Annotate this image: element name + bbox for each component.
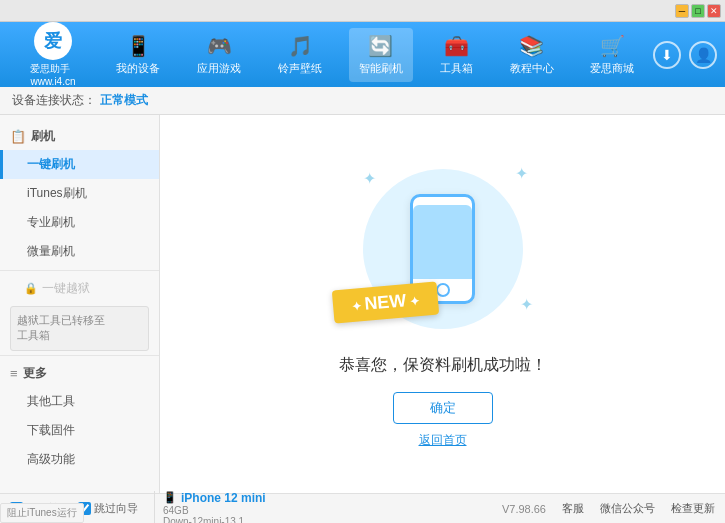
jailbreak-header: 🔒 一键越狱 [0,275,159,302]
apps-games-icon: 🎮 [207,34,232,58]
home-link[interactable]: 返回首页 [419,432,467,449]
download-button[interactable]: ⬇ [653,41,681,69]
nav-items: 📱 我的设备 🎮 应用游戏 🎵 铃声壁纸 🔄 智能刷机 🧰 工具箱 📚 教程中心… [98,22,653,87]
nav-smart-flash[interactable]: 🔄 智能刷机 [349,28,413,82]
phone-home-btn [436,283,450,297]
sparkle-top-left: ✦ [363,169,376,188]
nav-ringtones-label: 铃声壁纸 [278,61,322,76]
flash-section-icon: 📋 [10,129,26,144]
success-title: 恭喜您，保资料刷机成功啦！ [339,355,547,376]
version-text: V7.98.66 [502,503,546,515]
nav-apps-games[interactable]: 🎮 应用游戏 [187,28,251,82]
sparkle-top-right: ✦ [515,164,528,183]
sidebar-item-pro-flash[interactable]: 专业刷机 [0,208,159,237]
nav-shop[interactable]: 🛒 爱思商城 [580,28,644,82]
sidebar-item-one-click-flash[interactable]: 一键刷机 [0,150,159,179]
bottom-bar: 阻止iTunes运行 自动敲送 跳过向导 📱 iPhone 12 mini 64… [0,493,725,523]
status-label: 设备连接状态： [12,92,96,109]
title-bar: ─ □ ✕ [0,0,725,22]
nav-shop-label: 爱思商城 [590,61,634,76]
flash-section-header: 📋 刷机 [0,123,159,150]
divider-2 [0,355,159,356]
nav-smart-flash-label: 智能刷机 [359,61,403,76]
device-storage: 64GB [163,505,266,516]
ringtones-icon: 🎵 [288,34,313,58]
bottom-right: V7.98.66 客服 微信公众号 检查更新 [502,501,715,516]
sidebar-item-download-firmware[interactable]: 下载固件 [0,416,159,445]
itunes-status[interactable]: 阻止iTunes运行 [0,503,84,523]
phone-icon: 📱 [163,491,177,504]
sidebar: 📋 刷机 一键刷机 iTunes刷机 专业刷机 微量刷机 🔒 一键越狱 [0,115,160,493]
close-button[interactable]: ✕ [707,4,721,18]
nav-my-device-label: 我的设备 [116,61,160,76]
service-link[interactable]: 客服 [562,501,584,516]
flash-section: 📋 刷机 一键刷机 iTunes刷机 专业刷机 微量刷机 [0,123,159,266]
minimize-button[interactable]: ─ [675,4,689,18]
nav-my-device[interactable]: 📱 我的设备 [106,28,170,82]
device-info: 📱 iPhone 12 mini 64GB Down-12mini-13,1 [154,491,266,524]
more-section-header: ≡ 更多 [0,360,159,387]
main-layout: 📋 刷机 一键刷机 iTunes刷机 专业刷机 微量刷机 🔒 一键越狱 [0,115,725,493]
more-section: ≡ 更多 其他工具 下载固件 高级功能 [0,360,159,474]
device-model: Down-12mini-13,1 [163,516,266,524]
confirm-button[interactable]: 确定 [393,392,493,424]
nav-apps-games-label: 应用游戏 [197,61,241,76]
nav-toolbox[interactable]: 🧰 工具箱 [430,28,483,82]
more-section-icon: ≡ [10,366,18,381]
check-update-link[interactable]: 检查更新 [671,501,715,516]
nav-right: ⬇ 👤 [653,41,717,69]
shop-icon: 🛒 [600,34,625,58]
divider-1 [0,270,159,271]
user-button[interactable]: 👤 [689,41,717,69]
success-illustration: NEW ✦ ✦ ✦ [343,159,543,339]
wechat-link[interactable]: 微信公众号 [600,501,655,516]
nav-toolbox-label: 工具箱 [440,61,473,76]
jailbreak-section: 🔒 一键越狱 越狱工具已转移至工具箱 [0,275,159,351]
phone-screen [413,205,472,279]
maximize-button[interactable]: □ [691,4,705,18]
sidebar-item-advanced[interactable]: 高级功能 [0,445,159,474]
toolbox-icon: 🧰 [444,34,469,58]
sidebar-item-micro-flash[interactable]: 微量刷机 [0,237,159,266]
nav-tutorials-label: 教程中心 [510,61,554,76]
nav-tutorials[interactable]: 📚 教程中心 [500,28,564,82]
tutorials-icon: 📚 [519,34,544,58]
sparkle-bottom-right: ✦ [520,295,533,314]
my-device-icon: 📱 [126,34,151,58]
logo-area: 爱 爱思助手 www.i4.cn [8,22,98,87]
nav-ringtones[interactable]: 🎵 铃声壁纸 [268,28,332,82]
sidebar-item-other-tools[interactable]: 其他工具 [0,387,159,416]
logo-text: 爱思助手 www.i4.cn [30,62,75,87]
content-area: NEW ✦ ✦ ✦ 恭喜您，保资料刷机成功啦！ 确定 返回首页 [160,115,725,493]
status-bar: 设备连接状态： 正常模式 [0,87,725,115]
smart-flash-icon: 🔄 [368,34,393,58]
device-name: iPhone 12 mini [181,491,266,505]
jailbreak-notice: 越狱工具已转移至工具箱 [10,306,149,351]
lock-icon: 🔒 [24,282,38,295]
top-nav: 爱 爱思助手 www.i4.cn 📱 我的设备 🎮 应用游戏 🎵 铃声壁纸 🔄 … [0,22,725,87]
status-value: 正常模式 [100,92,148,109]
sidebar-item-itunes-flash[interactable]: iTunes刷机 [0,179,159,208]
skip-wizard-checkbox[interactable]: 跳过向导 [78,501,138,516]
logo-icon: 爱 [34,22,72,60]
